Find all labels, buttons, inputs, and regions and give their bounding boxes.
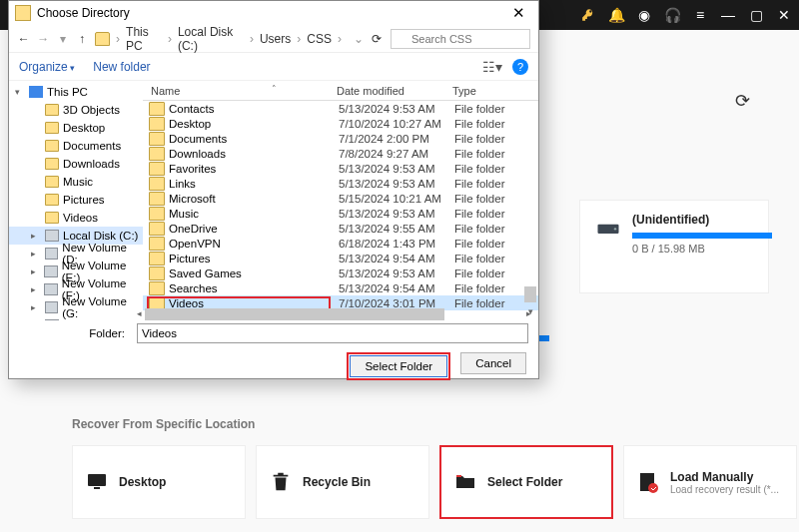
col-date[interactable]: Date modified <box>337 85 452 97</box>
list-item[interactable]: Desktop7/10/2024 10:27 AMFile folder <box>143 116 538 131</box>
file-date: 5/13/2024 9:55 AM <box>339 223 454 235</box>
list-item[interactable]: OpenVPN6/18/2024 1:43 PMFile folder <box>143 236 538 251</box>
folder-icon <box>45 140 59 152</box>
forward-icon[interactable]: → <box>36 32 49 46</box>
file-date: 7/1/2024 2:00 PM <box>339 133 454 145</box>
maximize-icon[interactable]: ▢ <box>747 6 765 24</box>
view-icon[interactable]: ☷▾ <box>482 59 502 75</box>
card-select-folder[interactable]: Select Folder <box>439 445 613 519</box>
list-item[interactable]: Saved Games5/13/2024 9:53 AMFile folder <box>143 266 538 280</box>
file-name: Favorites <box>169 163 339 175</box>
drive-icon <box>45 301 59 313</box>
menu-icon[interactable]: ≡ <box>691 6 709 24</box>
headphones-icon[interactable]: 🎧 <box>663 6 681 24</box>
dialog-nav: ← → ▾ ↑ › This PC › Local Disk (C:) › Us… <box>9 25 538 53</box>
file-type: File folder <box>454 193 505 205</box>
drive-icon <box>45 248 59 260</box>
tree-item[interactable]: ▾This PC <box>9 83 143 101</box>
file-name: Searches <box>169 282 339 294</box>
breadcrumb[interactable]: Users <box>260 32 291 46</box>
list-item[interactable]: Pictures5/13/2024 9:54 AMFile folder <box>143 251 538 266</box>
tree-label: 3D Objects <box>63 104 120 116</box>
svg-point-1 <box>614 228 616 230</box>
folder-input[interactable] <box>137 323 528 343</box>
scroll-left-icon[interactable]: ◂ <box>133 308 145 320</box>
tree-item[interactable]: Pictures <box>9 191 143 209</box>
tree-item[interactable]: 3D Objects <box>9 101 143 119</box>
drive-size: 0 B / 15.98 MB <box>632 243 772 255</box>
search-input[interactable] <box>391 29 530 49</box>
file-type: File folder <box>454 118 505 130</box>
tree-item[interactable]: Downloads <box>9 155 143 173</box>
file-name: Pictures <box>169 253 339 265</box>
cancel-button[interactable]: Cancel <box>460 352 526 374</box>
list-item[interactable]: Searches5/13/2024 9:54 AMFile folder <box>143 280 538 295</box>
list-item[interactable]: OneDrive5/13/2024 9:55 AMFile folder <box>143 221 538 236</box>
list-header[interactable]: Name˄ Date modified Type <box>143 81 538 101</box>
tree-item[interactable]: Music <box>9 173 143 191</box>
list-item[interactable]: Downloads7/8/2024 9:27 AMFile folder <box>143 146 538 161</box>
tree-label: Local Disk (C:) <box>63 230 138 242</box>
col-type[interactable]: Type <box>452 85 538 97</box>
nav-tree[interactable]: ▾This PC3D ObjectsDesktopDocumentsDownlo… <box>9 81 143 320</box>
breadcrumb[interactable]: Local Disk (C:) <box>178 25 244 53</box>
breadcrumb[interactable]: This PC <box>126 25 162 53</box>
file-type: File folder <box>454 267 505 279</box>
new-folder-button[interactable]: New folder <box>93 60 150 74</box>
tree-item[interactable]: ▸New Volume (G: <box>9 298 143 316</box>
file-type: File folder <box>454 208 505 220</box>
close-icon[interactable]: ✕ <box>504 4 532 22</box>
refresh-icon[interactable]: ⟳ <box>735 90 759 114</box>
list-item[interactable]: Contacts5/13/2024 9:53 AMFile folder <box>143 101 538 116</box>
help-icon[interactable]: ? <box>512 59 528 75</box>
chevron-icon: ▸ <box>31 302 41 312</box>
refresh-icon[interactable]: ⟳ <box>370 32 385 46</box>
file-type: File folder <box>454 297 505 309</box>
minimize-icon[interactable]: — <box>719 6 737 24</box>
list-item[interactable]: Microsoft5/15/2024 10:21 AMFile folder <box>143 191 538 206</box>
scrollbar-thumb[interactable] <box>145 308 444 320</box>
tree-item[interactable]: Videos <box>9 209 143 227</box>
folder-icon <box>149 162 165 176</box>
list-item[interactable]: Favorites5/13/2024 9:53 AMFile folder <box>143 161 538 176</box>
select-folder-button[interactable]: Select Folder <box>350 355 447 377</box>
drive-name: (Unidentified) <box>632 213 772 227</box>
file-date: 7/10/2024 3:01 PM <box>339 297 454 309</box>
file-date: 5/13/2024 9:54 AM <box>339 253 454 265</box>
chevron-icon: ▸ <box>31 266 40 276</box>
card-recycle-bin[interactable]: Recycle Bin <box>256 445 429 519</box>
svg-point-6 <box>648 483 658 493</box>
list-item[interactable]: Links5/13/2024 9:53 AMFile folder <box>143 176 538 191</box>
file-name: Microsoft <box>169 193 339 205</box>
disc-icon[interactable]: ◉ <box>635 6 653 24</box>
scrollbar-horizontal[interactable]: ◂ ▸ <box>145 308 522 320</box>
col-name[interactable]: Name <box>151 85 180 97</box>
list-item[interactable]: Documents7/1/2024 2:00 PMFile folder <box>143 131 538 146</box>
close-icon[interactable]: ✕ <box>775 6 793 24</box>
scrollbar-vertical[interactable]: ▾ <box>524 103 536 310</box>
breadcrumb[interactable]: CSS <box>307 32 332 46</box>
key-icon[interactable] <box>579 6 597 24</box>
drive-icon <box>45 230 59 242</box>
card-label: Load Manually <box>670 470 779 484</box>
list-item[interactable]: Music5/13/2024 9:53 AMFile folder <box>143 206 538 221</box>
back-icon[interactable]: ← <box>17 32 30 46</box>
folder-icon <box>45 176 59 188</box>
folder-icon <box>149 117 165 131</box>
recent-icon[interactable]: ▾ <box>56 32 69 46</box>
list-rows[interactable]: Contacts5/13/2024 9:53 AMFile folderDesk… <box>143 101 538 310</box>
card-desktop[interactable]: Desktop <box>72 445 246 519</box>
card-load-manually[interactable]: Load Manually Load recovery result (*... <box>623 445 797 519</box>
tree-item[interactable]: Desktop <box>9 119 143 137</box>
load-icon <box>636 470 660 494</box>
dialog-toolbar: Organize New folder ☷▾ ? <box>9 53 538 81</box>
organize-menu[interactable]: Organize <box>19 60 75 74</box>
bell-icon[interactable]: 🔔 <box>607 6 625 24</box>
scroll-right-icon[interactable]: ▸ <box>522 308 534 320</box>
tree-item[interactable]: Documents <box>9 137 143 155</box>
up-icon[interactable]: ↑ <box>75 32 88 46</box>
scrollbar-thumb[interactable] <box>524 286 536 302</box>
folder-icon <box>45 212 59 224</box>
drive-card-unidentified[interactable]: (Unidentified) 0 B / 15.98 MB <box>579 200 769 293</box>
chevron-down-icon[interactable]: ⌄ <box>354 32 364 46</box>
